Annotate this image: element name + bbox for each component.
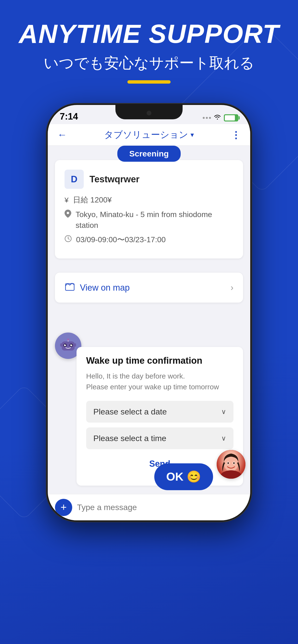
date-dropdown-icon: ∨ (221, 408, 226, 416)
schedule-text: 03/09-09:00〜03/23-17:00 (76, 234, 166, 245)
message-input-bar: + (48, 494, 250, 520)
date-select-label: Please select a date (93, 407, 167, 416)
phone-screen: 7:14 (48, 105, 250, 520)
wifi-icon (214, 114, 221, 122)
company-name: タブソリューション (104, 129, 188, 141)
dot-1 (203, 117, 205, 119)
nav-bar: ← タブソリューション ▾ ⋮ (48, 124, 250, 146)
time-select[interactable]: Please select a time ∨ (86, 428, 233, 449)
job-salary: ¥ 日給 1200¥ (65, 194, 233, 205)
wakeup-message: Hello, It is the day before work. Please… (86, 371, 233, 392)
location-text: Tokyo, Minato-ku - 5 min from shiodome s… (76, 209, 233, 231)
add-button[interactable]: + (55, 499, 72, 516)
svg-point-16 (227, 462, 229, 464)
add-icon: + (60, 502, 67, 512)
job-location: Tokyo, Minato-ku - 5 min from shiodome s… (65, 209, 233, 231)
signal-dots (203, 117, 211, 119)
svg-point-3 (67, 338, 69, 341)
map-card[interactable]: View on map › (55, 273, 243, 302)
screening-badge-wrapper: Screening (48, 146, 250, 162)
human-avatar-wrapper (217, 450, 245, 479)
job-card: D Testwqrwer ¥ 日給 1200¥ Tokyo, Minato-ku… (55, 160, 243, 258)
job-header: D Testwqrwer (65, 170, 233, 189)
dot-2 (206, 117, 208, 119)
job-title: Testwqrwer (89, 174, 139, 184)
dot-3 (209, 117, 211, 119)
svg-point-18 (233, 462, 235, 464)
human-face (217, 450, 245, 479)
time-select-label: Please select a time (93, 434, 166, 443)
salary-text: 日給 1200¥ (73, 194, 112, 205)
svg-point-7 (65, 344, 66, 345)
svg-rect-11 (60, 343, 62, 347)
phone-wrapper: 7:14 (46, 103, 252, 618)
ok-bubble: OK 😊 (154, 463, 213, 490)
status-time: 7:14 (60, 112, 78, 122)
time-dropdown-icon: ∨ (221, 434, 226, 442)
svg-rect-12 (74, 343, 76, 347)
wakeup-title: Wake up time confirmation (86, 356, 233, 366)
yellow-divider (127, 80, 171, 84)
camera (146, 111, 152, 116)
message-input[interactable] (77, 503, 243, 512)
wakeup-message-line2: Please enter your wake up time tomorrow (86, 383, 219, 391)
schedule-icon (65, 235, 72, 245)
map-icon (65, 281, 75, 294)
dropdown-arrow-icon[interactable]: ▾ (191, 131, 194, 139)
map-label: View on map (80, 283, 129, 293)
human-avatar (217, 450, 245, 479)
salary-icon: ¥ (65, 195, 69, 205)
main-title: ANYTIME SUPPORT (0, 19, 298, 48)
wakeup-message-line1: Hello, It is the day before work. (86, 372, 185, 380)
map-link[interactable]: View on map (65, 281, 129, 294)
nav-title: タブソリューション ▾ (67, 129, 231, 141)
svg-point-14 (220, 470, 242, 479)
notch (115, 105, 183, 119)
date-select[interactable]: Please select a date ∨ (86, 401, 233, 422)
header-section: ANYTIME SUPPORT いつでも安心なサポート取れる (0, 19, 298, 84)
more-button[interactable]: ⋮ (231, 130, 241, 140)
job-schedule: 03/09-09:00〜03/23-17:00 (65, 234, 233, 245)
svg-point-10 (72, 344, 72, 345)
map-arrow-icon: › (231, 283, 233, 293)
phone-outer: 7:14 (46, 103, 252, 522)
status-icons (203, 114, 238, 122)
battery-icon (224, 114, 238, 122)
location-icon (65, 210, 71, 220)
chat-area: Wake up time confirmation Hello, It is t… (48, 304, 250, 496)
subtitle-jp: いつでも安心なサポート取れる (0, 53, 298, 73)
back-button[interactable]: ← (57, 130, 67, 140)
screening-badge: Screening (117, 146, 181, 162)
job-avatar: D (65, 170, 84, 189)
